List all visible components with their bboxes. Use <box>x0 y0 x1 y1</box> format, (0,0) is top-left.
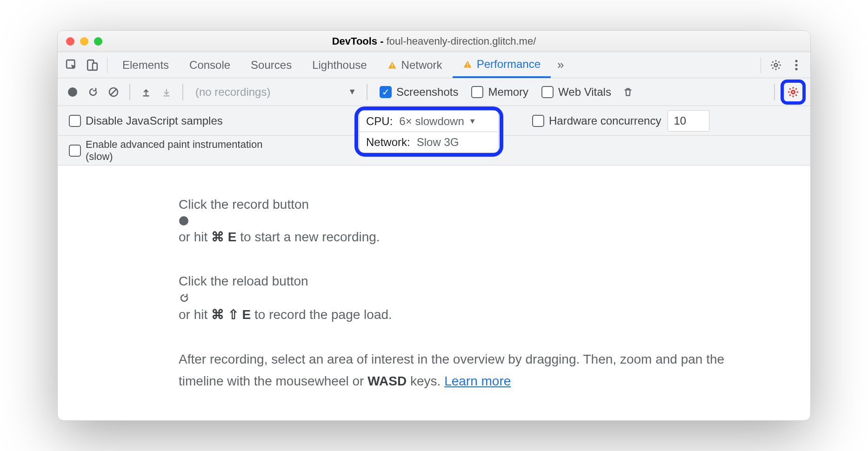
minimize-window-button[interactable] <box>80 37 88 46</box>
webvitals-checkbox[interactable]: Web Vitals <box>535 86 618 99</box>
svg-point-16 <box>792 90 795 93</box>
hardware-concurrency-checkbox[interactable]: Hardware concurrency <box>526 114 668 127</box>
network-throttling-select[interactable]: Network: Slow 3G <box>359 132 499 153</box>
svg-point-8 <box>795 60 797 62</box>
svg-rect-4 <box>392 67 393 68</box>
zoom-window-button[interactable] <box>94 37 102 46</box>
chevron-down-icon: ▼ <box>348 87 356 97</box>
tab-elements[interactable]: Elements <box>112 52 179 78</box>
svg-point-9 <box>795 64 797 66</box>
window-title: DevTools - foul-heavenly-direction.glitc… <box>332 35 536 47</box>
tab-sources[interactable]: Sources <box>240 52 302 78</box>
disable-js-checkbox[interactable]: Disable JavaScript samples <box>62 114 304 127</box>
save-profile-button[interactable] <box>156 82 177 102</box>
chevron-down-icon: ▼ <box>469 117 476 126</box>
tab-console[interactable]: Console <box>179 52 240 78</box>
recordings-placeholder: (no recordings) <box>195 86 270 99</box>
svg-point-10 <box>795 68 797 70</box>
checkbox-icon <box>471 86 483 98</box>
device-toolbar-icon[interactable] <box>82 55 102 75</box>
navigate-hint: After recording, select an area of inter… <box>179 348 754 392</box>
performance-toolbar: (no recordings) ▼ ✓ Screenshots Memory W… <box>58 78 810 106</box>
devtools-window: DevTools - foul-heavenly-direction.glitc… <box>57 30 811 421</box>
record-button-inline[interactable] <box>179 216 754 226</box>
svg-point-7 <box>775 63 778 66</box>
svg-point-11 <box>68 87 77 97</box>
macos-titlebar: DevTools - foul-heavenly-direction.glitc… <box>58 31 810 52</box>
garbage-collect-button[interactable] <box>618 82 638 102</box>
tab-lighthouse[interactable]: Lighthouse <box>302 52 377 78</box>
warning-icon <box>463 60 472 69</box>
svg-rect-5 <box>467 63 468 65</box>
warning-icon <box>387 60 397 70</box>
traffic-lights <box>66 37 102 46</box>
clear-button[interactable] <box>103 82 124 102</box>
tab-performance[interactable]: Performance <box>453 52 551 78</box>
svg-point-17 <box>179 216 188 226</box>
recordings-dropdown[interactable]: (no recordings) ▼ <box>189 83 361 101</box>
checkbox-icon <box>69 115 81 127</box>
tab-network[interactable]: Network <box>377 52 453 78</box>
checkbox-checked-icon: ✓ <box>380 86 392 98</box>
cpu-throttle-value: 6× slowdown <box>399 115 464 128</box>
load-profile-button[interactable] <box>136 82 156 102</box>
svg-rect-2 <box>93 63 97 70</box>
svg-rect-6 <box>467 66 468 67</box>
svg-rect-3 <box>392 64 393 66</box>
network-throttle-value: Slow 3G <box>417 136 459 149</box>
inspect-element-icon[interactable] <box>61 55 82 75</box>
hardware-concurrency-input[interactable] <box>668 110 709 132</box>
capture-settings-highlight <box>781 80 806 105</box>
performance-landing: Click the record button or hit ⌘ E to st… <box>58 166 810 420</box>
kebab-menu-icon[interactable] <box>786 55 807 75</box>
reload-hint: Click the reload button or hit ⌘ ⇧ E to … <box>179 270 754 325</box>
more-tabs-button[interactable]: » <box>551 58 570 72</box>
throttling-highlight: CPU: 6× slowdown ▼ Network: Slow 3G <box>359 110 499 153</box>
checkbox-icon <box>69 145 81 157</box>
title-url: foul-heavenly-direction.glitch.me/ <box>387 35 536 47</box>
enable-paint-checkbox[interactable]: Enable advanced paint instrumentation(sl… <box>62 139 304 162</box>
record-hint: Click the record button or hit ⌘ E to st… <box>179 193 754 248</box>
screenshots-checkbox[interactable]: ✓ Screenshots <box>373 86 465 99</box>
reload-button-inline[interactable] <box>179 292 754 304</box>
settings-icon[interactable] <box>766 55 786 75</box>
reload-button[interactable] <box>83 82 103 102</box>
capture-settings-button[interactable] <box>785 84 801 100</box>
svg-line-13 <box>111 89 116 95</box>
separator <box>761 57 761 73</box>
record-button[interactable] <box>62 82 83 102</box>
separator <box>107 57 107 73</box>
memory-checkbox[interactable]: Memory <box>465 86 535 99</box>
cpu-throttle-label: CPU: <box>366 115 393 128</box>
cpu-throttling-select[interactable]: CPU: 6× slowdown ▼ <box>359 110 499 132</box>
panel-tabs: Elements Console Sources Lighthouse Netw… <box>58 52 810 78</box>
close-window-button[interactable] <box>66 37 74 46</box>
network-throttle-label: Network: <box>366 136 410 149</box>
checkbox-icon <box>541 86 554 98</box>
checkbox-icon <box>532 115 544 127</box>
title-prefix: DevTools - <box>332 35 387 47</box>
learn-more-link[interactable]: Learn more <box>444 374 511 388</box>
